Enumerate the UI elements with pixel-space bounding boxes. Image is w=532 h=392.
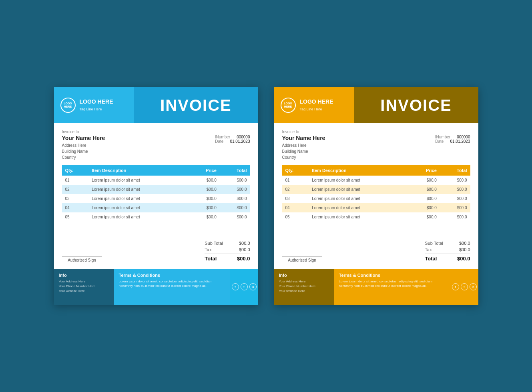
invoice-to-label-yellow: Invoice to xyxy=(282,130,470,134)
sign-label-blue: Authorized Sign xyxy=(62,258,102,262)
client-info-row-blue: Your Name Here Address Here Building Nam… xyxy=(62,135,250,160)
footer-terms-text-yellow: Lorem ipsum dolor sit amet, consectetuer… xyxy=(339,279,446,288)
tax-row-yellow: Tax $00.0 xyxy=(425,246,470,253)
footer-terms-title-blue: Terms & Conditions xyxy=(119,273,225,278)
th-total-yellow: Total xyxy=(440,165,470,176)
meta-number-row-blue: INumber 000000 xyxy=(215,135,250,139)
footer-terms-text-blue: Lorem ipsum dolor sit amet, consectetuer… xyxy=(119,279,225,288)
footer-terms-blue: Terms & Conditions Lorem ipsum dolor sit… xyxy=(114,269,230,305)
table-header-row-yellow: Qty. Item Description Price Total xyxy=(282,165,470,176)
client-name-yellow: Your Name Here xyxy=(282,135,325,141)
footer-social-yellow: f t in xyxy=(450,269,478,305)
table-row: 02 Lorem ipsum dolor sit amet $00.0 $00.… xyxy=(282,185,470,194)
social-in-yellow: in xyxy=(470,283,477,290)
client-details-yellow: Your Name Here Address Here Building Nam… xyxy=(282,135,325,160)
invoice-to-label-blue: Invoice to xyxy=(62,130,250,134)
logo-circle-text-yellow: LOGOHERE xyxy=(284,102,292,108)
table-row: 05 Lorem ipsum dolor sit amet $00.0 $00.… xyxy=(62,212,250,222)
logo-tagline-blue: Tag Line Here xyxy=(80,107,102,111)
client-name-blue: Your Name Here xyxy=(62,135,105,141)
client-details-blue: Your Name Here Address Here Building Nam… xyxy=(62,135,105,160)
logo-circle-yellow: LOGOHERE xyxy=(281,98,296,113)
footer-info-title-blue: Info xyxy=(59,273,109,278)
logo-section-yellow: LOGOHERE LOGO HERE Tag Line Here xyxy=(274,87,354,123)
social-tw-blue: t xyxy=(241,283,248,290)
client-address-yellow: Address Here Building Name Country xyxy=(282,142,325,160)
th-price-yellow: Price xyxy=(409,165,440,176)
social-icons-row-yellow: f t in xyxy=(452,283,477,290)
social-icons-row-blue: f t in xyxy=(232,283,257,290)
table-row: 03 Lorem ipsum dolor sit amet $00.0 $00.… xyxy=(62,194,250,203)
subtotal-row-yellow: Sub Total $00.0 xyxy=(425,240,470,246)
logo-circle-blue: LOGOHERE xyxy=(60,98,76,113)
page-container: LOGOHERE LOGO HERE Tag Line Here INVOICE… xyxy=(22,63,510,329)
tax-row-blue: Tax $00.0 xyxy=(205,246,250,253)
table-body-blue: 01 Lorem ipsum dolor sit amet $00.0 $00.… xyxy=(62,176,250,222)
logo-section-blue: LOGOHERE LOGO HERE Tag Line Here xyxy=(54,87,134,123)
invoice-totals-blue: Authorized Sign Sub Total $00.0 Tax $00.… xyxy=(54,236,258,269)
totals-table-blue: Sub Total $00.0 Tax $00.0 Total $00.0 xyxy=(205,240,250,262)
invoice-footer-yellow: Info Your Address Here Your Phone Number… xyxy=(274,269,478,305)
table-row: 05 Lorem ipsum dolor sit amet $00.0 $00.… xyxy=(282,212,470,222)
client-info-row-yellow: Your Name Here Address Here Building Nam… xyxy=(282,135,470,160)
header-title-section-blue: INVOICE xyxy=(134,87,258,123)
invoice-footer-blue: Info Your Address Here Your Phone Number… xyxy=(54,269,258,305)
invoice-table-yellow: Qty. Item Description Price Total 01 Lor… xyxy=(282,165,470,222)
invoice-header-yellow: LOGOHERE LOGO HERE Tag Line Here INVOICE xyxy=(274,87,478,123)
header-title-section-yellow: INVOICE xyxy=(354,87,478,123)
totals-table-yellow: Sub Total $00.0 Tax $00.0 Total $00.0 xyxy=(425,240,470,262)
th-desc-blue: Item Description xyxy=(88,165,188,176)
total-row-blue: Total $00.0 xyxy=(205,254,250,262)
invoice-body-yellow: Invoice to Your Name Here Address Here B… xyxy=(274,123,478,236)
table-header-row-blue: Qty. Item Description Price Total xyxy=(62,165,250,176)
social-fb-yellow: f xyxy=(452,283,459,290)
client-address-blue: Address Here Building Name Country xyxy=(62,142,105,160)
footer-info-yellow: Info Your Address Here Your Phone Number… xyxy=(274,269,334,305)
total-row-yellow: Total $00.0 xyxy=(425,254,470,262)
footer-terms-yellow: Terms & Conditions Lorem ipsum dolor sit… xyxy=(334,269,450,305)
invoice-blue: LOGOHERE LOGO HERE Tag Line Here INVOICE… xyxy=(54,87,258,305)
footer-info-title-yellow: Info xyxy=(279,273,329,278)
invoice-totals-yellow: Authorized Sign Sub Total $00.0 Tax $00.… xyxy=(274,236,478,269)
th-desc-yellow: Item Description xyxy=(309,165,408,176)
footer-terms-title-yellow: Terms & Conditions xyxy=(339,273,446,278)
footer-info-text-blue: Your Address Here Your Phone Number Here… xyxy=(59,279,109,294)
invoice-header-blue: LOGOHERE LOGO HERE Tag Line Here INVOICE xyxy=(54,87,258,123)
invoice-title-yellow: INVOICE xyxy=(380,96,452,114)
logo-text-yellow: LOGO HERE Tag Line Here xyxy=(300,98,333,112)
authorized-sign-yellow: Authorized Sign xyxy=(282,256,322,262)
logo-text-blue: LOGO HERE Tag Line Here xyxy=(80,98,113,112)
table-row: 01 Lorem ipsum dolor sit amet $00.0 $00.… xyxy=(282,176,470,185)
th-price-blue: Price xyxy=(189,165,220,176)
footer-social-blue: f t in xyxy=(230,269,258,305)
authorized-sign-blue: Authorized Sign xyxy=(62,256,102,262)
social-tw-yellow: t xyxy=(461,283,468,290)
table-row: 04 Lorem ipsum dolor sit amet $00.0 $00.… xyxy=(62,203,250,212)
th-qty-yellow: Qty. xyxy=(282,165,309,176)
meta-number-row-yellow: INumber 000000 xyxy=(435,135,470,139)
meta-date-row-yellow: Date 01.01.2023 xyxy=(435,139,470,144)
logo-tagline-yellow: Tag Line Here xyxy=(300,107,322,111)
table-row: 04 Lorem ipsum dolor sit amet $00.0 $00.… xyxy=(282,203,470,212)
social-in-blue: in xyxy=(249,283,257,290)
logo-title-blue: LOGO HERE xyxy=(80,98,113,105)
invoice-meta-blue: INumber 000000 Date 01.01.2023 xyxy=(215,135,250,144)
invoice-meta-yellow: INumber 000000 Date 01.01.2023 xyxy=(435,135,470,144)
table-body-yellow: 01 Lorem ipsum dolor sit amet $00.0 $00.… xyxy=(282,176,470,222)
invoice-table-blue: Qty. Item Description Price Total 01 Lor… xyxy=(62,165,250,222)
meta-date-row-blue: Date 01.01.2023 xyxy=(215,139,250,144)
footer-info-blue: Info Your Address Here Your Phone Number… xyxy=(54,269,114,305)
footer-info-text-yellow: Your Address Here Your Phone Number Here… xyxy=(279,279,329,294)
table-row: 03 Lorem ipsum dolor sit amet $00.0 $00.… xyxy=(282,194,470,203)
subtotal-row-blue: Sub Total $00.0 xyxy=(205,240,250,246)
sign-line-yellow xyxy=(282,256,322,256)
sign-label-yellow: Authorized Sign xyxy=(282,258,322,262)
invoice-yellow: LOGOHERE LOGO HERE Tag Line Here INVOICE… xyxy=(274,87,478,305)
logo-title-yellow: LOGO HERE xyxy=(300,98,333,105)
th-total-blue: Total xyxy=(220,165,250,176)
table-row: 02 Lorem ipsum dolor sit amet $00.0 $00.… xyxy=(62,185,250,194)
table-row: 01 Lorem ipsum dolor sit amet $00.0 $00.… xyxy=(62,176,250,185)
th-qty-blue: Qty. xyxy=(62,165,89,176)
sign-line-blue xyxy=(62,256,102,256)
invoice-body-blue: Invoice to Your Name Here Address Here B… xyxy=(54,123,258,236)
